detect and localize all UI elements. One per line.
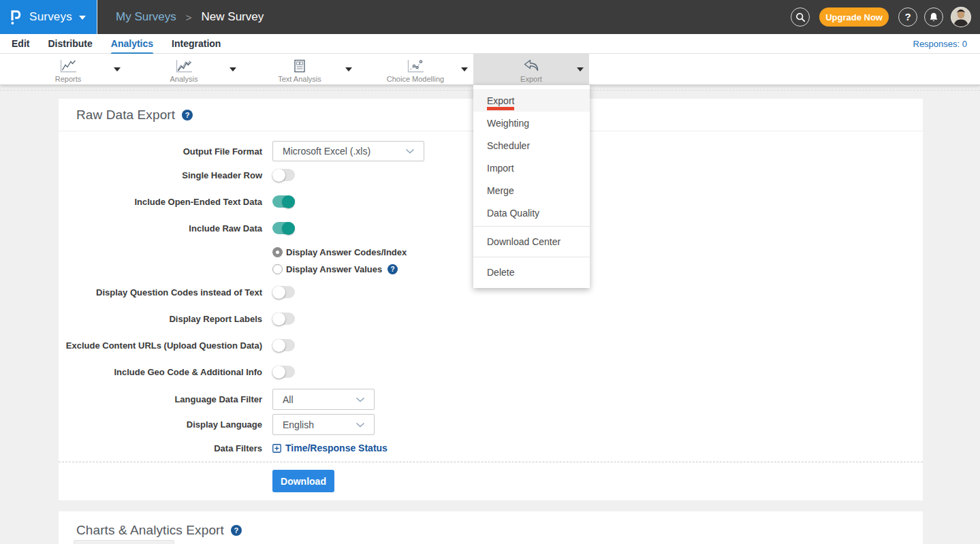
toggle-knob [272,313,285,325]
tab-analytics[interactable]: Analytics [111,35,153,53]
answer-codes-radio[interactable] [272,247,283,257]
product-name: Surveys [29,10,72,24]
form-row-geo-code: Include Geo Code & Additional Info [59,366,923,378]
language-filter-select[interactable]: All [272,389,375,410]
questionpro-logo-icon [11,10,22,25]
notifications-button[interactable] [924,7,943,27]
tab-edit[interactable]: Edit [12,35,29,53]
tab-distribute-label: Distribute [48,38,92,49]
scatter-chart-icon [407,58,425,74]
multi-line-chart-icon [175,58,193,74]
single-header-toggle[interactable] [272,169,295,181]
toggle-knob [282,195,295,208]
field-label: Include Geo Code & Additional Info [59,367,262,377]
breadcrumb: My Surveys > New Survey [116,10,264,24]
text-analysis-dropdown-caret[interactable] [345,67,352,71]
user-avatar[interactable] [951,7,971,27]
search-icon [795,12,806,22]
radio-row-codes: Display Answer Codes/Index [272,247,407,257]
menu-item-label: Download Center [487,236,560,247]
report-labels-toggle[interactable] [272,313,295,325]
menu-item-merge[interactable]: Merge [473,179,590,202]
menu-item-weighting[interactable]: Weighting [473,112,590,134]
field-label: Exclude Content URLs (Upload Question Da… [59,340,262,351]
answer-values-radio[interactable] [272,264,283,274]
display-language-select[interactable]: English [272,414,375,435]
toolbar-item-label: Export [520,75,542,83]
form-dashed-divider [59,462,923,462]
export-dropdown-caret[interactable] [577,67,584,71]
tab-analytics-label: Analytics [111,38,153,49]
radio-label: Display Answer Codes/Index [286,247,407,257]
help-badge-icon[interactable]: ? [231,525,242,536]
breadcrumb-separator-icon: > [186,12,192,23]
toggle-knob [272,366,285,379]
menu-item-delete[interactable]: Delete [473,257,590,287]
analysis-dropdown-caret[interactable] [230,67,236,71]
field-label: Single Header Row [59,170,262,180]
menu-item-download-center[interactable]: Download Center [473,227,590,257]
breadcrumb-my-surveys[interactable]: My Surveys [116,10,176,24]
menu-item-label: Export [487,95,514,106]
menu-item-export[interactable]: Export [473,89,590,112]
plus-square-icon [272,444,281,453]
time-response-status-link[interactable]: Time/Response Status [272,443,388,453]
responses-count: Responses: 0 [913,39,968,49]
exclude-urls-toggle[interactable] [272,339,295,351]
upgrade-now-button[interactable]: Upgrade Now [819,7,889,27]
tab-distribute[interactable]: Distribute [48,35,92,53]
line-chart-icon [59,58,78,74]
raw-data-toggle[interactable] [272,222,295,234]
toolbar-item-reports[interactable]: Reports [10,54,126,85]
menu-item-import[interactable]: Import [473,157,590,179]
toolbar-item-text-analysis[interactable]: Text Analysis [242,54,358,85]
download-button[interactable]: Download [272,470,334,492]
choice-modelling-dropdown-caret[interactable] [461,67,468,71]
partially-visible-tab[interactable] [74,540,174,544]
export-dropdown-menu: Export Weighting Scheduler Import Merge … [473,85,590,288]
help-badge-icon[interactable]: ? [388,264,398,274]
question-codes-toggle[interactable] [272,286,295,298]
help-badge-icon[interactable]: ? [182,110,193,121]
search-button[interactable] [791,7,810,27]
form-row-data-filters: Data Filters Time/Response Status [59,443,923,453]
card-title: Charts & Analytics Export [76,523,224,538]
output-format-select[interactable]: Microsoft Excel (.xls) [272,141,424,161]
toggle-knob [272,286,285,299]
analytics-toolbar: Reports Analysis Text Analysis [0,54,980,85]
menu-item-data-quality[interactable]: Data Quality [473,202,590,224]
document-grid-icon [292,58,307,74]
radio-label: Display Answer Values [286,264,382,274]
top-bar: Surveys My Surveys > New Survey Upgrade … [0,0,980,34]
menu-item-scheduler[interactable]: Scheduler [473,134,590,157]
geo-code-toggle[interactable] [272,366,295,378]
breadcrumb-current: New Survey [202,10,264,24]
question-mark-icon: ? [904,11,911,22]
toolbar-item-analysis[interactable]: Analysis [126,54,242,85]
toolbar-item-label: Choice Modelling [387,75,444,83]
toolbar-item-label: Analysis [170,75,198,83]
bell-icon [929,12,938,22]
toolbar-item-choice-modelling[interactable]: Choice Modelling [358,54,473,85]
form-row-report-labels: Display Report Labels [59,313,923,325]
avatar-photo [951,7,970,27]
toolbar-item-label: Text Analysis [278,75,321,83]
toolbar-item-export[interactable]: Export [473,54,589,85]
tab-integration-label: Integration [172,38,221,49]
product-switcher[interactable]: Surveys [0,0,97,34]
charts-analytics-export-card: Charts & Analytics Export ? [59,511,923,544]
menu-item-label: Import [487,163,514,174]
reports-dropdown-caret[interactable] [114,67,121,71]
tab-integration[interactable]: Integration [172,35,221,53]
form-row-display-language: Display Language English [59,414,923,435]
toggle-knob [282,222,295,235]
select-value: Microsoft Excel (.xls) [283,146,370,157]
toolbar-item-label: Reports [55,75,82,83]
toggle-knob [272,169,285,182]
help-button[interactable]: ? [898,7,917,27]
open-ended-toggle[interactable] [272,195,295,208]
field-label: Output File Format [59,146,262,157]
toggle-knob [272,339,285,352]
charts-analytics-header: Charts & Analytics Export ? [59,511,923,538]
radio-row-values: Display Answer Values ? [272,264,407,274]
